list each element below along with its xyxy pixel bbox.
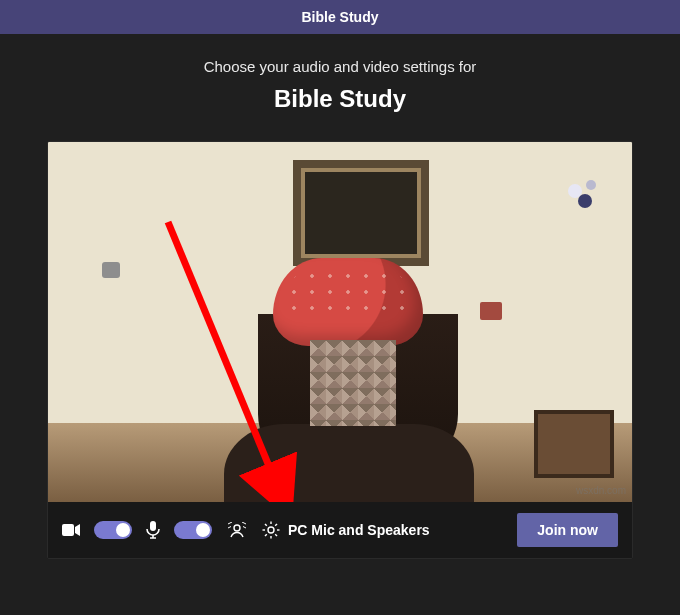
title-bar-text: Bible Study [301,9,378,25]
prejoin-content: Choose your audio and video settings for… [0,34,680,559]
device-settings-label: PC Mic and Speakers [288,522,430,538]
camera-toggle[interactable] [94,521,132,539]
svg-line-18 [275,524,277,526]
svg-rect-2 [150,521,156,531]
title-bar: Bible Study [0,0,680,34]
svg-rect-1 [62,524,74,536]
device-settings-button[interactable]: PC Mic and Speakers [262,521,430,539]
prejoin-controls: PC Mic and Speakers Join now [48,502,632,558]
video-icon [62,523,80,537]
svg-line-17 [265,534,267,536]
meeting-title: Bible Study [274,85,406,113]
svg-line-15 [265,524,267,526]
background-effects-button[interactable] [226,519,248,541]
mic-icon [146,521,160,539]
svg-line-16 [275,534,277,536]
svg-point-10 [268,527,274,533]
svg-line-7 [228,527,231,529]
camera-preview: wsxdn.com [48,142,632,502]
background-effects-icon [228,522,246,538]
settings-subhead: Choose your audio and video settings for [204,58,477,75]
svg-point-5 [234,525,240,531]
gear-icon [262,521,280,539]
svg-line-8 [242,522,246,524]
svg-line-6 [228,522,232,524]
camera-scene [48,142,632,502]
prejoin-card: wsxdn.com PC Mic and Speakers [47,141,633,559]
watermark: wsxdn.com [576,485,626,496]
svg-line-9 [243,527,246,529]
mic-toggle[interactable] [174,521,212,539]
join-now-button[interactable]: Join now [517,513,618,547]
